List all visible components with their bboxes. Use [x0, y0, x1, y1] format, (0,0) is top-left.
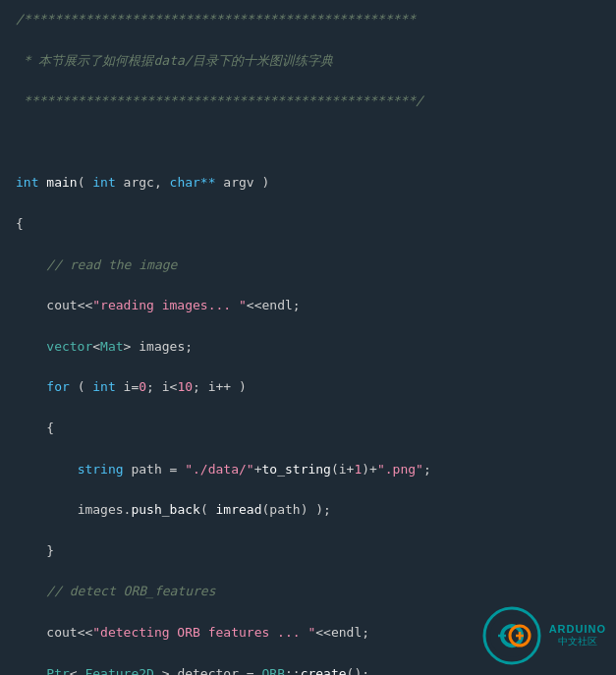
images-push-back: images.push_back( imread(path) ); — [16, 500, 600, 521]
brace-open-main: { — [16, 214, 600, 235]
cout-reading: cout<<"reading images... "<<endl; — [16, 296, 600, 316]
vector-mat-images: vector<Mat> images; — [16, 337, 600, 358]
comment-detect-orb: // detect ORB_features — [16, 582, 600, 602]
comment-line-1: /***************************************… — [16, 10, 600, 30]
code-editor: /***************************************… — [0, 0, 616, 675]
string-path: string path = "./data/"+to_string(i+1)+"… — [16, 460, 600, 480]
arduino-label: ARDUINO — [549, 623, 606, 635]
svg-point-1 — [490, 614, 533, 657]
brace-close-for: } — [16, 541, 600, 562]
main-signature: int main( int argc, char** argv ) — [16, 173, 600, 194]
arduino-logo-icon — [482, 606, 541, 665]
comment-read-image: // read the image — [16, 255, 600, 276]
for-loop-int: for ( int i=0; i<10; i++ ) — [16, 377, 600, 398]
arduino-text: ARDUINO 中文社区 — [549, 623, 606, 648]
comment-line-2: * 本节展示了如何根据data/目录下的十米图训练字典 — [16, 51, 600, 72]
comment-line-3: ****************************************… — [16, 91, 600, 112]
brace-open-for: { — [16, 419, 600, 439]
chinese-label: 中文社区 — [558, 635, 597, 648]
logo-area: ARDUINO 中文社区 — [482, 606, 606, 665]
ptr-feature2d: Ptr< Feature2D > detector = ORB::create(… — [16, 664, 600, 676]
blank-line-1 — [16, 133, 600, 153]
